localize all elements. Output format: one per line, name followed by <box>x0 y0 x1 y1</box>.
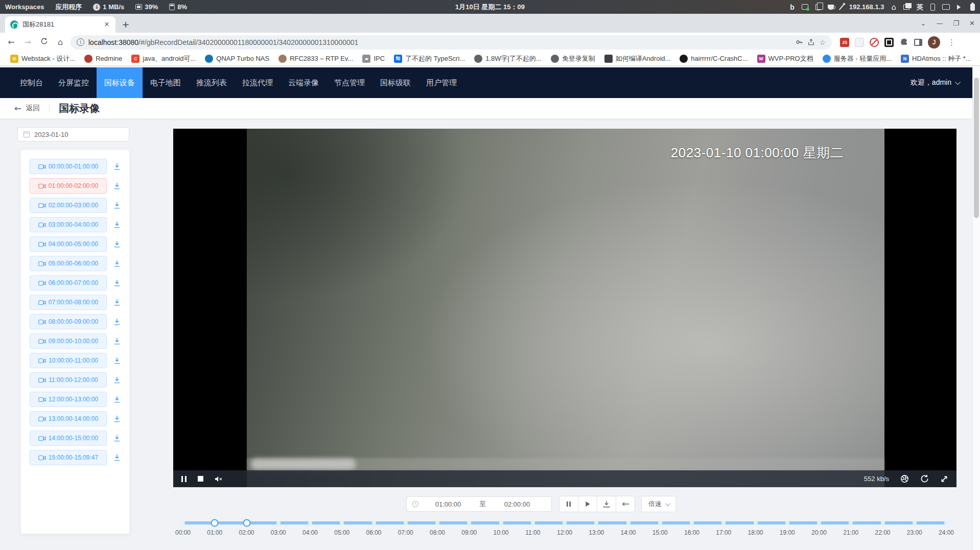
download-record-icon[interactable] <box>113 396 121 403</box>
copy-icon[interactable] <box>815 4 821 10</box>
timeline-hour-dot[interactable] <box>531 521 535 525</box>
blocker-extension-icon[interactable] <box>870 38 879 47</box>
color-picker-icon[interactable] <box>839 4 845 10</box>
step-back-button[interactable] <box>616 496 635 512</box>
back-icon[interactable]: ← <box>5 37 17 47</box>
forward-icon[interactable]: → <box>21 37 34 47</box>
snapshot-aperture-icon[interactable] <box>900 474 909 483</box>
bookmark-item[interactable]: 免登录复制 <box>547 53 599 65</box>
welcome-menu[interactable]: 欢迎，admin <box>911 78 972 87</box>
record-segment-button[interactable]: 15:00:00-15:09:47 <box>30 450 107 465</box>
timeline-hour-dot[interactable] <box>467 521 471 525</box>
timeline-hour-dot[interactable] <box>658 521 662 525</box>
timeline-hour-dot[interactable] <box>276 521 281 525</box>
network-rate-indicator[interactable]: ↓1 MB/s <box>93 3 124 11</box>
download-record-icon[interactable] <box>113 260 121 267</box>
bookmark-star-icon[interactable]: ☆ <box>819 38 826 46</box>
download-record-icon[interactable] <box>113 163 121 170</box>
phone-link-icon[interactable] <box>930 4 935 11</box>
ip-address[interactable]: 192.168.1.3 <box>849 3 884 11</box>
minimize-icon[interactable]: — <box>936 19 943 27</box>
bookmark-item[interactable]: QNAP Turbo NAS <box>201 53 273 64</box>
home-icon[interactable]: ⌂ <box>891 3 896 12</box>
download-record-icon[interactable] <box>113 376 121 384</box>
timeline-hour-dot[interactable] <box>849 521 853 525</box>
record-segment-button[interactable]: 10:00:00-11:00:00 <box>30 353 107 368</box>
stop-icon[interactable] <box>198 476 203 482</box>
share-icon[interactable] <box>807 38 815 46</box>
applications-menu[interactable]: 应用程序 <box>55 3 82 12</box>
workspaces-button[interactable]: Workspaces <box>5 3 44 11</box>
record-segment-button[interactable]: 12:00:00-13:00:00 <box>30 392 107 407</box>
timeline-hour-dot[interactable] <box>404 521 408 525</box>
download-record-icon[interactable] <box>113 202 121 209</box>
site-info-icon[interactable]: i <box>77 38 84 46</box>
page-scrollbar[interactable] <box>972 66 980 550</box>
speed-dropdown[interactable]: 倍速 <box>641 496 676 512</box>
js-extension-icon[interactable]: JS <box>840 38 849 47</box>
timeline-handle-2h[interactable] <box>243 519 250 527</box>
memory-indicator[interactable]: 8% <box>169 3 187 11</box>
workspaces-icon[interactable] <box>903 5 909 10</box>
bookmark-item[interactable]: N HDAtmos :: 种子 *... <box>897 53 975 65</box>
download-record-icon[interactable] <box>113 299 121 306</box>
pause-button[interactable] <box>559 496 578 512</box>
clock[interactable]: 1月10日 星期二 15：09 <box>455 3 525 12</box>
record-segment-button[interactable]: 02:00:00-03:00:00 <box>30 198 107 213</box>
timeline-hour-dot[interactable] <box>881 521 885 525</box>
nav-tab-8[interactable]: 节点管理 <box>326 67 372 98</box>
record-segment-button[interactable]: 14:00:00-15:00:00 <box>30 431 107 446</box>
record-segment-button[interactable]: 00:00:00-01:00:00 <box>30 159 107 174</box>
end-time-input[interactable]: 02:00:00 <box>488 500 546 508</box>
nav-tab-9[interactable]: 国标级联 <box>372 67 418 98</box>
play-button[interactable] <box>578 496 597 512</box>
record-segment-button[interactable]: 09:00:00-10:00:00 <box>30 333 107 349</box>
download-button[interactable] <box>597 496 616 512</box>
download-record-icon[interactable] <box>113 221 121 228</box>
nav-tab-7[interactable]: 云端录像 <box>281 67 326 98</box>
nav-tab-4[interactable]: 电子地图 <box>143 67 189 98</box>
reload-icon[interactable] <box>38 37 50 47</box>
dark-extension-icon[interactable] <box>884 38 894 47</box>
download-record-icon[interactable] <box>113 182 121 189</box>
timeline-hour-dot[interactable] <box>372 521 376 525</box>
extensions-puzzle-icon[interactable] <box>899 38 908 47</box>
cpu-indicator[interactable]: 39% <box>135 3 158 11</box>
timeline-hour-dot[interactable] <box>817 521 821 525</box>
download-record-icon[interactable] <box>113 454 121 461</box>
timeline-hour-dot[interactable] <box>690 521 694 525</box>
profile-avatar[interactable]: J <box>928 36 940 49</box>
time-range-picker[interactable]: 01:00:00 至 02:00:00 <box>406 496 552 512</box>
download-record-icon[interactable] <box>113 338 121 345</box>
record-segment-button[interactable]: 04:00:00-05:00:00 <box>30 236 107 252</box>
close-window-icon[interactable]: ✕ <box>969 19 975 27</box>
start-time-input[interactable]: 01:00:00 <box>419 500 477 508</box>
nav-tab-6[interactable]: 拉流代理 <box>235 67 281 98</box>
record-segment-button[interactable]: 03:00:00-04:00:00 <box>30 217 107 232</box>
refresh-icon[interactable] <box>920 474 929 483</box>
record-segment-button[interactable]: 05:00:00-06:00:00 <box>30 256 107 271</box>
timeline-hour-dot[interactable] <box>340 521 344 525</box>
nav-tab-10[interactable]: 用户管理 <box>418 67 464 98</box>
download-record-icon[interactable] <box>113 241 121 248</box>
bookmark-item[interactable]: C java、android可... <box>127 53 200 65</box>
scrollbar-thumb[interactable] <box>974 78 979 218</box>
timeline-hour-dot[interactable] <box>181 521 185 525</box>
record-segment-button[interactable]: 13:00:00-14:00:00 <box>30 411 107 426</box>
download-record-icon[interactable] <box>113 357 121 364</box>
screenshot-tray-icon[interactable] <box>802 4 808 10</box>
browser-menu-icon[interactable]: ⋮ <box>946 38 958 47</box>
timeline-hour-dot[interactable] <box>499 521 503 525</box>
video-player[interactable]: 2023-01-10 01:00:00 星期二 552 kb/s <box>173 129 956 487</box>
download-record-icon[interactable] <box>113 435 121 442</box>
download-record-icon[interactable] <box>113 279 121 286</box>
volume-icon[interactable] <box>957 5 963 10</box>
side-panel-icon[interactable] <box>914 39 922 46</box>
timeline-hour-dot[interactable] <box>754 521 758 525</box>
timeline-hour-dot[interactable] <box>563 521 567 525</box>
bookmark-item[interactable]: 1.8W字|了不起的... <box>470 53 546 65</box>
bookmark-item[interactable]: W WVP-PRO文档 <box>753 53 818 65</box>
fullscreen-icon[interactable] <box>940 475 948 483</box>
back-button[interactable]: 返回 <box>26 104 40 113</box>
nav-tab-5[interactable]: 推流列表 <box>189 67 235 98</box>
